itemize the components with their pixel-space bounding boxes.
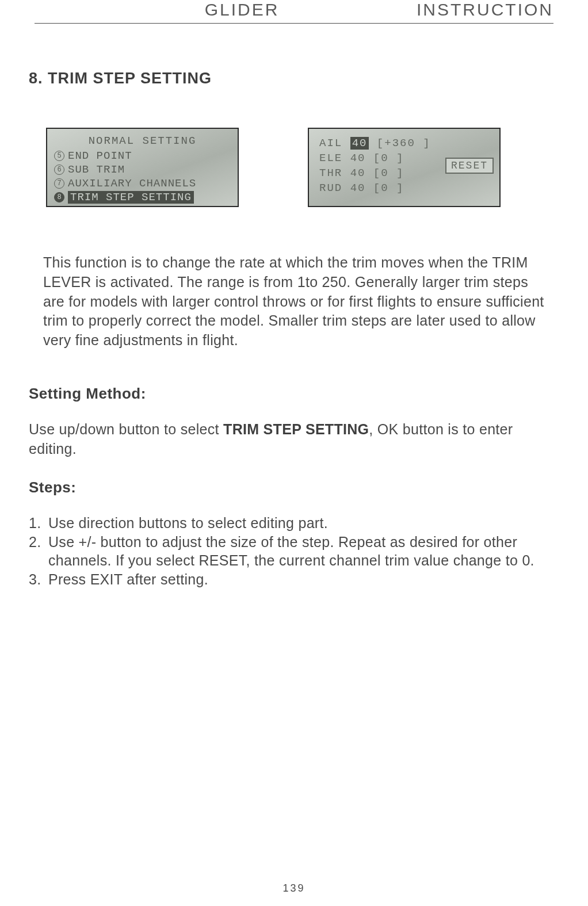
menu-label: AUXILIARY CHANNELS xyxy=(68,177,196,190)
step-num: 2. xyxy=(29,533,48,570)
menu-label: TRIM STEP SETTING xyxy=(68,191,194,204)
header-right: INSTRUCTION xyxy=(417,0,553,19)
trim-ch: AIL xyxy=(319,137,342,150)
step-text: Press EXIT after setting. xyxy=(48,570,208,589)
menu-label: SUB TRIM xyxy=(68,163,125,176)
steps-list: 1. Use direction buttons to select editi… xyxy=(29,514,574,588)
lcd-trim-screen: AIL 40 [+360 ] ELE 40 [0 ] THR 40 [0 ] R… xyxy=(308,128,501,207)
setting-method-heading: Setting Method: xyxy=(29,385,588,403)
trim-ch: THR xyxy=(319,167,342,179)
menu-item-sub-trim: 6 SUB TRIM xyxy=(54,163,125,176)
trim-val: 40 xyxy=(350,167,366,179)
trim-row-ail: AIL 40 [+360 ] xyxy=(319,137,494,150)
trim-val: 40 xyxy=(350,182,366,194)
lcd-screens: NORMAL SETTING 5 END POINT 6 SUB TRIM 7 … xyxy=(46,128,588,207)
trim-bracket: [0 ] xyxy=(373,152,404,165)
step-num: 1. xyxy=(29,514,48,533)
menu-item-end-point: 5 END POINT xyxy=(54,150,132,162)
steps-heading: Steps: xyxy=(29,479,588,496)
trim-ch: RUD xyxy=(319,182,342,194)
step-text: Use direction buttons to select editing … xyxy=(48,514,328,533)
lcd-menu-title: NORMAL SETTING xyxy=(47,135,238,147)
reset-button: RESET xyxy=(445,158,494,174)
page-header: GLIDER INSTRUCTION xyxy=(35,0,553,24)
step-2: 2. Use +/- button to adjust the size of … xyxy=(29,533,574,570)
menu-num: 5 xyxy=(54,151,64,161)
trim-ch: ELE xyxy=(319,152,342,165)
menu-num: 7 xyxy=(54,178,64,189)
step-num: 3. xyxy=(29,570,48,589)
menu-num: 6 xyxy=(54,165,64,175)
menu-num: 8 xyxy=(54,192,64,202)
setting-method-text: Use up/down button to select TRIM STEP S… xyxy=(29,420,559,459)
page-number: 139 xyxy=(0,882,588,894)
trim-val: 40 xyxy=(350,137,369,150)
lcd-menu-screen: NORMAL SETTING 5 END POINT 6 SUB TRIM 7 … xyxy=(46,128,239,207)
menu-item-aux-channels: 7 AUXILIARY CHANNELS xyxy=(54,177,196,190)
trim-row-rud: RUD 40 [0 ] xyxy=(319,182,494,194)
header-left: GLIDER xyxy=(205,0,280,19)
menu-label: END POINT xyxy=(68,150,132,162)
trim-bracket: [0 ] xyxy=(373,182,404,194)
section-title: 8. TRIM STEP SETTING xyxy=(29,70,588,87)
step-text: Use +/- button to adjust the size of the… xyxy=(48,533,574,570)
step-1: 1. Use direction buttons to select editi… xyxy=(29,514,574,533)
method-pre: Use up/down button to select xyxy=(29,421,223,437)
menu-item-trim-step-selected: 8 TRIM STEP SETTING xyxy=(54,191,194,204)
trim-bracket: [+360 ] xyxy=(377,137,431,150)
trim-bracket: [0 ] xyxy=(373,167,404,179)
step-3: 3. Press EXIT after setting. xyxy=(29,570,574,589)
trim-val: 40 xyxy=(350,152,366,165)
method-bold: TRIM STEP SETTING xyxy=(223,421,369,437)
intro-paragraph: This function is to change the rate at w… xyxy=(43,253,553,350)
